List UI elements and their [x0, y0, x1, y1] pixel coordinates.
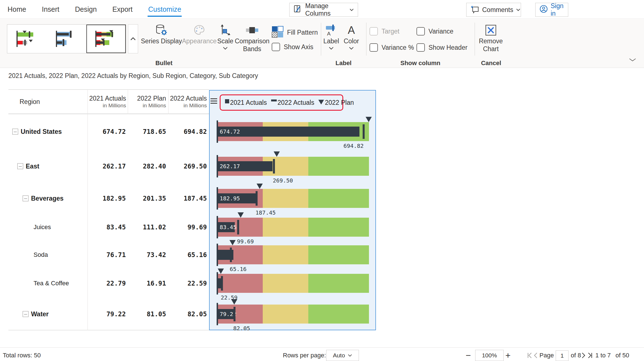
cell-2022-plan: 73.42: [125, 251, 166, 258]
first-page-button[interactable]: [527, 352, 533, 360]
next-page-button[interactable]: [581, 352, 586, 360]
bullet-chart: 83.45 99.69: [217, 218, 369, 237]
actuals-2022-tick: [221, 276, 223, 291]
cell-2022-actuals: 269.50: [165, 163, 207, 170]
collapse-icon[interactable]: [17, 163, 23, 169]
plan-triangle-marker: [238, 212, 244, 218]
cell-2022-actuals: 694.82: [165, 128, 207, 135]
last-page-button[interactable]: [587, 352, 593, 360]
band-segment: [263, 305, 308, 324]
bullet-chart: 674.72 694.82: [217, 122, 369, 141]
table-row[interactable]: Beverages 182.95 201.35 187.45 182.95 18…: [0, 183, 376, 213]
band-segment: [263, 274, 308, 293]
table-row[interactable]: United States 674.72 718.65 694.82 674.7…: [0, 114, 376, 149]
actuals-2022-tick: [256, 191, 258, 206]
total-rows-label: Total rows: 50: [3, 351, 41, 360]
actuals-2021-bar: 79.22: [217, 309, 234, 319]
rows-per-page-select[interactable]: Auto: [326, 350, 359, 361]
cell-2021-actuals: 674.72: [84, 128, 126, 135]
cell-2022-actuals: 187.45: [165, 195, 207, 202]
actuals-2022-tick: [273, 159, 275, 174]
bullet-chart: 22.59: [217, 274, 369, 293]
cell-2021-actuals: 83.45: [84, 224, 126, 231]
cell-2022-actuals: 65.16: [165, 251, 207, 258]
plan-triangle-marker: [366, 117, 372, 122]
tick-value-label: 82.05: [233, 325, 250, 332]
band-segment: [308, 245, 369, 264]
table-row[interactable]: Soda 76.71 73.42 65.16 65.16: [0, 241, 376, 269]
cell-2021-actuals: 79.22: [84, 310, 126, 318]
comparison-bands: [217, 218, 369, 237]
row-label: East: [26, 163, 39, 170]
page-number-input[interactable]: 1: [556, 350, 569, 361]
chevron-right-icon: [581, 352, 586, 359]
cell-2021-actuals: 76.71: [84, 251, 126, 258]
actuals-2021-bar: 182.95: [217, 193, 256, 203]
actuals-2022-tick: [237, 220, 239, 234]
cell-2022-actuals: 99.69: [165, 224, 207, 231]
chart-axis: [217, 187, 218, 210]
bar-value-label: 83.45: [220, 222, 236, 232]
plan-triangle-marker: [274, 151, 280, 157]
collapse-icon[interactable]: [23, 196, 29, 201]
of-pages-label: of 8: [571, 351, 581, 360]
cell-2022-plan: 16.91: [125, 280, 166, 287]
collapse-icon[interactable]: [12, 129, 18, 135]
row-range-label: 1 to 7: [595, 351, 611, 360]
comparison-bands: [217, 305, 369, 324]
table-body: United States 674.72 718.65 694.82 674.7…: [0, 0, 644, 361]
last-page-icon: [587, 352, 593, 359]
row-label: United States: [21, 128, 62, 136]
band-segment: [308, 305, 369, 324]
band-segment: [308, 274, 369, 293]
zoom-level-input[interactable]: 100%: [475, 350, 504, 361]
band-segment: [308, 157, 369, 176]
row-total-label: of 50: [615, 351, 629, 360]
plan-triangle-marker: [257, 184, 263, 189]
row-label: Water: [31, 310, 49, 318]
row-label: Juices: [34, 224, 51, 231]
actuals-2021-bar: 83.45: [217, 222, 235, 232]
table-row[interactable]: Tea & Coffee 22.79 16.91 22.59 22.59: [0, 269, 376, 298]
table-row[interactable]: Water 79.22 81.05 82.05 79.22 82.05: [0, 298, 376, 330]
row-label: Tea & Coffee: [34, 280, 69, 287]
chevron-down-icon: [348, 354, 352, 357]
band-segment: [263, 189, 308, 208]
zoom-level-value: 100%: [482, 352, 497, 359]
app-window: Home Insert Design Export Customize Mana…: [0, 0, 644, 361]
cell-2021-actuals: 262.17: [84, 163, 126, 170]
actuals-2021-bar: 674.72: [217, 127, 359, 137]
cell-2021-actuals: 22.79: [84, 280, 126, 287]
tick-value-label: 694.82: [344, 142, 364, 149]
bullet-chart: 79.22 82.05: [217, 305, 369, 324]
bullet-chart: 182.95 187.45: [217, 189, 369, 208]
zoom-out-button[interactable]: −: [466, 350, 471, 360]
chart-axis: [217, 155, 218, 177]
rows-per-page-label: Rows per page:: [283, 351, 326, 360]
plan-triangle-marker: [231, 299, 237, 305]
table-row[interactable]: Juices 83.45 111.02 99.69 83.45 99.69: [0, 213, 376, 241]
plan-triangle-marker: [229, 240, 236, 245]
previous-page-button[interactable]: [533, 352, 538, 360]
zoom-in-button[interactable]: +: [505, 350, 511, 360]
band-segment: [263, 218, 308, 237]
page-label: Page: [539, 351, 554, 360]
row-label: Beverages: [31, 195, 63, 202]
band-segment: [263, 245, 308, 264]
cell-2022-plan: 111.02: [125, 224, 166, 231]
cell-2022-actuals: 82.05: [165, 310, 207, 318]
actuals-2022-tick: [233, 307, 235, 321]
cell-2022-plan: 718.65: [125, 128, 166, 135]
cell-2022-plan: 81.05: [125, 310, 166, 318]
footer-divider: [0, 347, 644, 348]
rows-per-page-value: Auto: [333, 352, 345, 359]
chart-axis: [217, 216, 218, 238]
actuals-2021-bar: 262.17: [217, 161, 273, 171]
cell-2022-plan: 282.40: [125, 163, 166, 170]
bar-value-label: 674.72: [220, 127, 240, 137]
collapse-icon[interactable]: [23, 311, 29, 317]
bullet-chart: 65.16: [217, 245, 369, 264]
tick-value-label: 269.50: [273, 177, 293, 184]
cell-2022-actuals: 22.59: [165, 280, 207, 287]
table-row[interactable]: East 262.17 282.40 269.50 262.17 269.50: [0, 149, 376, 183]
